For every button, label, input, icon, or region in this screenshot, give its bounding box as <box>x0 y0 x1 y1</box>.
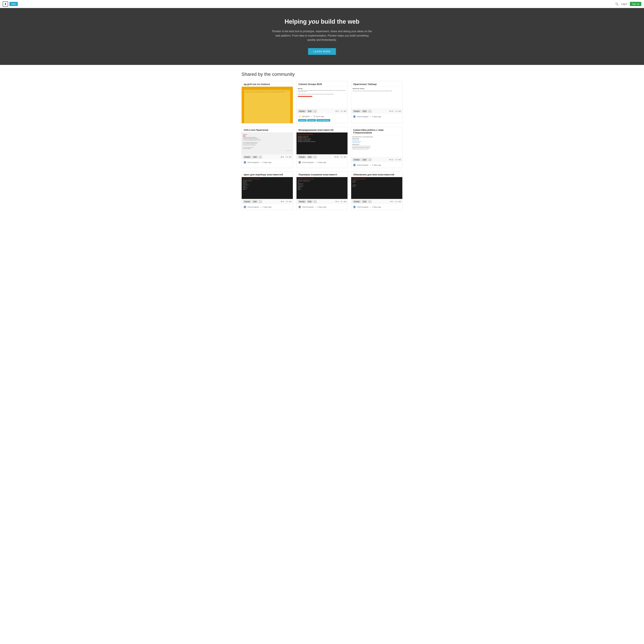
tag-item[interactable]: #ag-grid <box>298 119 307 122</box>
card-obmezhennya: Обмеження для імен властивостей Обмеженн… <box>351 171 403 210</box>
author-separator: — <box>260 161 261 163</box>
preview-content: Самостійна робота з теми Гіперпосилань Л… <box>351 135 402 157</box>
forks-stat: ⑂ 0 <box>285 156 288 158</box>
edit-button[interactable]: Edit <box>362 110 367 113</box>
card-samostan: Самостійна робота з теми Гіперпосилання … <box>351 127 403 168</box>
card-actions: Details Edit ... 👁 4 ⑂ 0 ♥ 0 <box>297 199 348 204</box>
edit-button[interactable]: Edit <box>252 200 258 203</box>
more-button[interactable]: ... <box>313 155 317 158</box>
card-preview: Lorem ipsum dolor sit amet, consectetur … <box>242 87 293 123</box>
tag-item[interactable]: #columngroups <box>316 119 330 122</box>
author-name: chervonograd <box>357 164 368 166</box>
card-actions: Details Edit ... 👁 5 ⑂ 0 ♥ 0 <box>242 199 293 204</box>
card-title: Впорядкування властивостей <box>297 127 348 132</box>
stats: 👁 3 ⑂ 0 ♥ 0 <box>390 201 401 203</box>
views-stat: 👁 3 <box>390 201 393 203</box>
card-title: Самостійна робота з теми Гіперпосилання <box>351 127 402 135</box>
tag-item[interactable]: #groups <box>307 119 316 122</box>
more-button[interactable]: ... <box>368 200 372 203</box>
card-actions: Details Edit ... 👁 36 ⑂ 0 ♥ 0 <box>297 154 348 159</box>
signup-button[interactable]: Sign up <box>630 2 641 6</box>
likes-stat: ♥ 0 <box>398 159 401 161</box>
forks-stat: ⑂ 0 <box>395 110 397 112</box>
author-separator: — <box>369 206 371 208</box>
card-meta: 👤 chervonograd — 2 days ago <box>242 204 293 210</box>
card-meta: 👤 chervonograd — 2 days ago <box>297 204 348 210</box>
more-button[interactable]: ... <box>368 158 372 161</box>
card-meta: 👤 chervonograd — 2 days ago <box>351 204 402 210</box>
card-title: Перевірка існування властивості <box>297 172 348 177</box>
learn-more-button[interactable]: LEARN MORE <box>308 48 336 55</box>
preview-content: Lorem ipsum dolor sit amet, consectetur … <box>244 90 290 123</box>
preview-content: Цикл для перебору властивостей Властивіс… <box>242 177 293 199</box>
avatar: ✨ <box>298 115 301 118</box>
details-button[interactable]: Details <box>353 200 361 203</box>
new-button[interactable]: New <box>9 2 18 6</box>
card-meta: ✨ albodufie — 11 hours ago <box>297 114 348 119</box>
post-time: 3 days ago <box>317 161 326 163</box>
login-button[interactable]: Log in <box>621 3 627 5</box>
views-stat: 👁 13 <box>389 159 393 161</box>
details-button[interactable]: Details <box>353 110 361 113</box>
card-vporyadkuvannya: Впорядкування властивостей Впорядкування… <box>296 127 348 168</box>
card-perevirka: Перевірка існування властивості Перевірк… <box>296 171 348 210</box>
avatar: 👤 <box>353 205 356 208</box>
more-button[interactable]: ... <box>313 200 317 203</box>
likes-stat: ♥ 0 <box>344 156 346 158</box>
preview-heading: Практична1 Таблиці <box>353 88 401 89</box>
author-separator: — <box>369 116 371 118</box>
search-button[interactable]: 🔍 <box>615 2 619 6</box>
card-title: Практична1 Таблиці <box>351 81 402 87</box>
stats: 👁 5 ⑂ 0 ♥ 0 <box>281 201 291 203</box>
edit-button[interactable]: Edit <box>252 155 258 158</box>
card-preview: Перевірка існування властивості Властиві… <box>297 177 348 199</box>
details-button[interactable]: Details <box>243 200 251 203</box>
card-meta: 👤 chervonograd — 3 days ago <box>297 159 348 165</box>
details-button[interactable]: Details <box>243 155 251 158</box>
preview-content: Обмеження властивостей ім'я: Іван вік: 3… <box>351 177 402 199</box>
avatar: 👤 <box>243 161 246 164</box>
details-button[interactable]: Details <box>298 110 306 113</box>
more-button[interactable]: ... <box>368 110 372 113</box>
more-button[interactable]: ... <box>313 110 317 113</box>
likes-stat: ♥ 0 <box>344 201 346 203</box>
avatar: 👤 <box>353 164 356 167</box>
post-time: 2 days ago <box>372 116 381 118</box>
details-button[interactable]: Details <box>298 200 306 203</box>
more-button[interactable]: ... <box>259 200 262 203</box>
avatar: 👤 <box>298 205 301 208</box>
edit-button[interactable]: Edit <box>362 158 367 161</box>
author-separator: — <box>310 115 312 117</box>
author-name: chervonograd <box>247 161 259 163</box>
avatar: 👤 <box>353 115 356 118</box>
card-column-groups: Column Groups BUG Warning This is an onl… <box>296 81 348 123</box>
card-title: ag-grid vue no instance <box>242 81 293 87</box>
edit-button[interactable]: Edit <box>307 110 313 113</box>
details-button[interactable]: Details <box>353 158 361 161</box>
preview-content: Перевірка існування властивості Властиві… <box>297 177 348 199</box>
avatar: 👤 <box>243 205 246 208</box>
forks-stat: ⑂ 0 <box>340 110 342 112</box>
forks-stat: ⑂ 0 <box>285 201 288 203</box>
post-time: 2 days ago <box>262 206 272 208</box>
preview-content: Впорядкування властивостей Властивість 1… <box>297 132 348 154</box>
card-tags: #ag-grid #groups #columngroups <box>297 119 348 123</box>
details-button[interactable]: Details <box>298 155 306 158</box>
forks-stat: ⑂ 0 <box>340 156 342 158</box>
author-name: chervonograd <box>357 206 368 208</box>
edit-button[interactable]: Edit <box>362 200 367 203</box>
author-separator: — <box>314 206 316 208</box>
more-button[interactable]: ... <box>259 155 262 158</box>
post-time: 2 days ago <box>372 206 381 208</box>
likes-stat: ♥ 0 <box>398 110 401 112</box>
hero-description: Plunker is the best tool to prototype, e… <box>272 29 372 42</box>
card-preview: Обмеження властивостей ім'я: Іван вік: 3… <box>351 177 402 199</box>
card-actions: Details Edit ... 👁 13 ⑂ 0 ♥ 0 <box>351 109 402 114</box>
author-separator: — <box>260 206 261 208</box>
likes-stat: ♥ 0 <box>289 201 291 203</box>
edit-button[interactable]: Edit <box>307 155 313 158</box>
preview-content: Warning This is an online community for … <box>297 87 348 109</box>
community-section: Shared by the community ag-grid vue no i… <box>238 65 406 217</box>
cards-grid: ag-grid vue no instance Lorem ipsum dolo… <box>242 81 403 210</box>
edit-button[interactable]: Edit <box>307 200 313 203</box>
